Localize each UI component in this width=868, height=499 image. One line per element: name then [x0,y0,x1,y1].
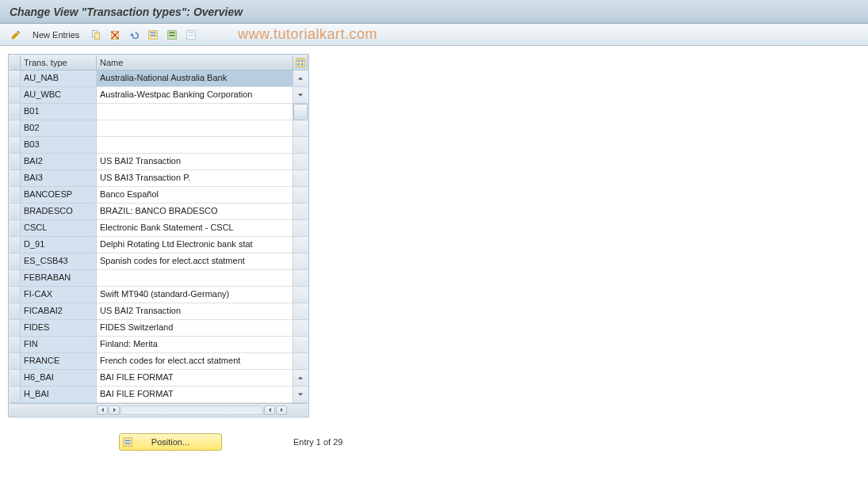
row-selector[interactable] [10,120,21,137]
name-cell[interactable]: Banco Español [97,187,293,204]
name-cell[interactable] [97,270,293,287]
v-scroll-track[interactable] [293,237,308,253]
row-selector[interactable] [10,337,21,353]
v-scroll-up-end-button[interactable] [293,370,308,387]
delete-button[interactable] [107,27,123,43]
table-row[interactable]: H_BAIBAI FILE FORMAT [10,387,308,403]
name-cell[interactable]: BRAZIL: BANCO BRADESCO [97,204,293,220]
trans-type-cell[interactable]: BANCOESP [21,187,97,204]
v-scroll-track[interactable] [293,337,308,353]
new-entries-button[interactable]: New Entries [27,27,85,43]
table-row[interactable]: BAI3US BAI3 Transaction P. [10,170,308,187]
row-selector[interactable] [10,353,21,370]
row-selector[interactable] [10,187,21,204]
trans-type-cell[interactable]: AU_WBC [21,87,97,104]
name-cell[interactable]: Delphi Rotating Ltd Electronic bank stat [97,237,293,253]
undo-change-button[interactable] [126,27,142,43]
name-cell[interactable]: BAI FILE FORMAT [97,387,293,403]
row-selector[interactable] [10,154,21,170]
v-scroll-track[interactable] [293,253,308,270]
name-cell[interactable]: Swift MT940 (standard-Germany) [97,287,293,303]
row-selector[interactable] [10,220,21,237]
v-scroll-track[interactable] [293,220,308,237]
row-selector[interactable] [10,104,21,120]
h-scroll-left-button[interactable] [97,406,108,415]
row-selector[interactable] [10,387,21,403]
select-block-button[interactable] [164,27,180,43]
table-row[interactable]: AU_NABAustralia-National Australia Bank [10,70,308,87]
trans-type-cell[interactable]: H_BAI [21,387,97,403]
table-row[interactable]: H6_BAIBAI FILE FORMAT [10,370,308,387]
row-selector[interactable] [10,270,21,287]
row-selector[interactable] [10,370,21,387]
position-button[interactable]: Position... [119,433,222,451]
v-scroll-track[interactable] [293,204,308,220]
row-selector[interactable] [10,87,21,104]
table-row[interactable]: AU_WBCAustralia-Westpac Banking Corporat… [10,87,308,104]
table-row[interactable]: FRANCEFrench codes for elect.acct statme… [10,353,308,370]
table-row[interactable]: D_91Delphi Rotating Ltd Electronic bank … [10,237,308,253]
v-scroll-track[interactable] [293,287,308,303]
v-scroll-track[interactable] [293,187,308,204]
trans-type-cell[interactable]: BAI2 [21,154,97,170]
table-row[interactable]: BANCOESPBanco Español [10,187,308,204]
select-all-button[interactable] [145,27,161,43]
trans-type-cell[interactable]: AU_NAB [21,70,97,87]
row-selector[interactable] [10,320,21,337]
h-scroll-track[interactable] [120,406,263,415]
trans-type-cell[interactable]: H6_BAI [21,370,97,387]
row-selector[interactable] [10,303,21,320]
v-scroll-thumb[interactable] [293,104,308,120]
row-selector[interactable] [10,137,21,154]
h-scroll-right-end-button[interactable] [276,406,287,415]
name-cell[interactable] [97,120,293,137]
row-selector[interactable] [10,170,21,187]
v-scroll-track[interactable] [293,303,308,320]
name-cell[interactable]: Electronic Bank Statement - CSCL [97,220,293,237]
trans-type-cell[interactable]: FICABAI2 [21,303,97,320]
table-row[interactable]: B02 [10,120,308,137]
toggle-display-change-button[interactable] [8,27,24,43]
v-scroll-track[interactable] [293,320,308,337]
row-selector-header[interactable] [10,55,21,70]
v-scroll-track[interactable] [293,353,308,370]
v-scroll-down-end-button[interactable] [293,387,308,403]
table-row[interactable]: FEBRABAN [10,270,308,287]
v-scroll-track[interactable] [293,170,308,187]
trans-type-cell[interactable]: FIDES [21,320,97,337]
row-selector[interactable] [10,253,21,270]
table-row[interactable]: ES_CSB43Spanish codes for elect.acct sta… [10,253,308,270]
table-row[interactable]: BRADESCOBRAZIL: BANCO BRADESCO [10,204,308,220]
name-cell[interactable]: Finland: Merita [97,337,293,353]
name-cell[interactable]: US BAI3 Transaction P. [97,170,293,187]
name-cell[interactable] [97,137,293,154]
table-row[interactable]: FIDESFIDES Switzerland [10,320,308,337]
row-selector[interactable] [10,70,21,87]
name-cell[interactable]: US BAI2 Transaction [97,303,293,320]
name-cell[interactable]: Spanish codes for elect.acct statment [97,253,293,270]
h-scrollbar[interactable] [97,406,287,415]
copy-as-button[interactable] [88,27,104,43]
v-scroll-track[interactable] [293,120,308,137]
name-cell[interactable]: US BAI2 Transaction [97,154,293,170]
table-row[interactable]: FINFinland: Merita [10,337,308,353]
trans-type-cell[interactable]: FEBRABAN [21,270,97,287]
name-cell[interactable]: FIDES Switzerland [97,320,293,337]
trans-type-cell[interactable]: B01 [21,104,97,120]
table-row[interactable]: B03 [10,137,308,154]
trans-type-cell[interactable]: CSCL [21,220,97,237]
name-cell[interactable] [97,104,293,120]
name-cell[interactable]: French codes for elect.acct statment [97,353,293,370]
row-selector[interactable] [10,287,21,303]
deselect-all-button[interactable] [183,27,199,43]
table-settings-button[interactable] [293,55,308,70]
trans-type-cell[interactable]: ES_CSB43 [21,253,97,270]
trans-type-cell[interactable]: BRADESCO [21,204,97,220]
table-row[interactable]: CSCLElectronic Bank Statement - CSCL [10,220,308,237]
trans-type-cell[interactable]: FIN [21,337,97,353]
v-scroll-down-button[interactable] [293,87,308,104]
v-scroll-track[interactable] [293,154,308,170]
v-scroll-track[interactable] [293,137,308,154]
row-selector[interactable] [10,204,21,220]
table-row[interactable]: B01 [10,104,308,120]
